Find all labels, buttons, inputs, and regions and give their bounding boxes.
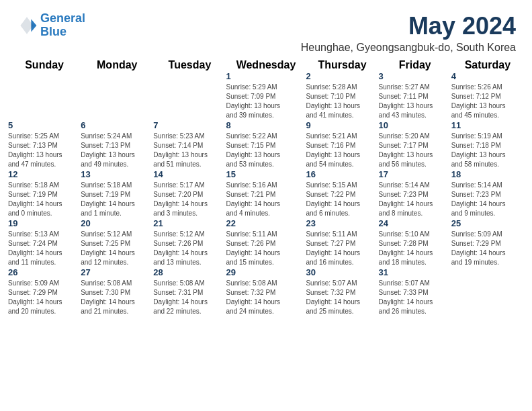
day-info: Sunrise: 5:25 AMSunset: 7:13 PMDaylight:… (8, 132, 81, 169)
day-info: Sunrise: 5:24 AMSunset: 7:13 PMDaylight:… (81, 132, 153, 169)
day-number: 3 (379, 71, 451, 81)
day-number: 4 (451, 71, 524, 81)
col-header-monday: Monday (81, 59, 153, 71)
day-number: 15 (226, 169, 306, 179)
day-info: Sunrise: 5:08 AMSunset: 7:32 PMDaylight:… (226, 279, 306, 316)
calendar-week-3: 12Sunrise: 5:18 AMSunset: 7:19 PMDayligh… (8, 169, 524, 218)
calendar-cell: 18Sunrise: 5:14 AMSunset: 7:23 PMDayligh… (451, 169, 524, 218)
day-number: 19 (8, 218, 81, 228)
logo-text: General Blue (40, 12, 85, 39)
calendar-week-2: 5Sunrise: 5:25 AMSunset: 7:13 PMDaylight… (8, 120, 524, 169)
calendar-cell: 21Sunrise: 5:12 AMSunset: 7:26 PMDayligh… (153, 218, 226, 267)
logo: General Blue (16, 12, 85, 39)
calendar-cell: 6Sunrise: 5:24 AMSunset: 7:13 PMDaylight… (81, 120, 153, 169)
page-container: General Blue May 2024 Heunghae, Gyeongsa… (0, 0, 532, 324)
day-number: 26 (8, 267, 81, 277)
day-number: 2 (306, 71, 378, 81)
day-info: Sunrise: 5:09 AMSunset: 7:29 PMDaylight:… (451, 230, 524, 267)
calendar-cell: 13Sunrise: 5:18 AMSunset: 7:19 PMDayligh… (81, 169, 153, 218)
day-info: Sunrise: 5:26 AMSunset: 7:12 PMDaylight:… (451, 83, 524, 120)
day-number: 21 (153, 218, 226, 228)
calendar-wrapper: SundayMondayTuesdayWednesdayThursdayFrid… (0, 59, 532, 324)
calendar-cell: 15Sunrise: 5:16 AMSunset: 7:21 PMDayligh… (226, 169, 306, 218)
day-number: 14 (153, 169, 226, 179)
calendar-cell: 2Sunrise: 5:28 AMSunset: 7:10 PMDaylight… (306, 71, 378, 120)
day-number: 24 (379, 218, 451, 228)
day-number: 7 (153, 120, 226, 130)
calendar-week-4: 19Sunrise: 5:13 AMSunset: 7:24 PMDayligh… (8, 218, 524, 267)
day-number: 30 (306, 267, 378, 277)
day-info: Sunrise: 5:14 AMSunset: 7:23 PMDaylight:… (451, 181, 524, 218)
day-number: 18 (451, 169, 524, 179)
calendar-body: 1Sunrise: 5:29 AMSunset: 7:09 PMDaylight… (8, 71, 524, 316)
calendar-cell: 9Sunrise: 5:21 AMSunset: 7:16 PMDaylight… (306, 120, 378, 169)
calendar-cell: 22Sunrise: 5:11 AMSunset: 7:26 PMDayligh… (226, 218, 306, 267)
day-info: Sunrise: 5:11 AMSunset: 7:26 PMDaylight:… (226, 230, 306, 267)
day-info: Sunrise: 5:18 AMSunset: 7:19 PMDaylight:… (81, 181, 153, 218)
day-number: 1 (226, 71, 306, 81)
day-number: 5 (8, 120, 81, 130)
day-info: Sunrise: 5:21 AMSunset: 7:16 PMDaylight:… (306, 132, 378, 169)
day-info: Sunrise: 5:09 AMSunset: 7:29 PMDaylight:… (8, 279, 81, 316)
col-header-saturday: Saturday (451, 59, 524, 71)
header: General Blue May 2024 Heunghae, Gyeongsa… (0, 0, 532, 59)
day-info: Sunrise: 5:20 AMSunset: 7:17 PMDaylight:… (379, 132, 451, 169)
day-number: 31 (379, 267, 451, 277)
calendar-cell: 3Sunrise: 5:27 AMSunset: 7:11 PMDaylight… (379, 71, 451, 120)
calendar-cell: 17Sunrise: 5:14 AMSunset: 7:23 PMDayligh… (379, 169, 451, 218)
day-number: 6 (81, 120, 153, 130)
day-info: Sunrise: 5:16 AMSunset: 7:21 PMDaylight:… (226, 181, 306, 218)
logo-icon (16, 15, 38, 36)
day-number: 10 (379, 120, 451, 130)
day-info: Sunrise: 5:11 AMSunset: 7:27 PMDaylight:… (306, 230, 378, 267)
day-info: Sunrise: 5:17 AMSunset: 7:20 PMDaylight:… (153, 181, 226, 218)
day-info: Sunrise: 5:19 AMSunset: 7:18 PMDaylight:… (451, 132, 524, 169)
day-info: Sunrise: 5:12 AMSunset: 7:26 PMDaylight:… (153, 230, 226, 267)
day-number: 20 (81, 218, 153, 228)
calendar-cell: 19Sunrise: 5:13 AMSunset: 7:24 PMDayligh… (8, 218, 81, 267)
day-number: 9 (306, 120, 378, 130)
month-title: May 2024 (301, 12, 516, 40)
calendar-cell: 28Sunrise: 5:08 AMSunset: 7:31 PMDayligh… (153, 267, 226, 316)
calendar-cell: 26Sunrise: 5:09 AMSunset: 7:29 PMDayligh… (8, 267, 81, 316)
day-info: Sunrise: 5:15 AMSunset: 7:22 PMDaylight:… (306, 181, 378, 218)
calendar-cell: 24Sunrise: 5:10 AMSunset: 7:28 PMDayligh… (379, 218, 451, 267)
day-info: Sunrise: 5:23 AMSunset: 7:14 PMDaylight:… (153, 132, 226, 169)
calendar-cell (153, 71, 226, 120)
calendar-cell: 29Sunrise: 5:08 AMSunset: 7:32 PMDayligh… (226, 267, 306, 316)
day-info: Sunrise: 5:28 AMSunset: 7:10 PMDaylight:… (306, 83, 378, 120)
day-info: Sunrise: 5:13 AMSunset: 7:24 PMDaylight:… (8, 230, 81, 267)
calendar-cell: 10Sunrise: 5:20 AMSunset: 7:17 PMDayligh… (379, 120, 451, 169)
day-info: Sunrise: 5:18 AMSunset: 7:19 PMDaylight:… (8, 181, 81, 218)
day-number: 17 (379, 169, 451, 179)
col-header-thursday: Thursday (306, 59, 378, 71)
calendar-cell: 20Sunrise: 5:12 AMSunset: 7:25 PMDayligh… (81, 218, 153, 267)
location-subtitle: Heunghae, Gyeongsangbuk-do, South Korea (301, 42, 516, 54)
day-number: 16 (306, 169, 378, 179)
day-number: 22 (226, 218, 306, 228)
day-info: Sunrise: 5:07 AMSunset: 7:32 PMDaylight:… (306, 279, 378, 316)
day-number: 11 (451, 120, 524, 130)
calendar-header-row: SundayMondayTuesdayWednesdayThursdayFrid… (8, 59, 524, 71)
day-info: Sunrise: 5:08 AMSunset: 7:31 PMDaylight:… (153, 279, 226, 316)
calendar-table: SundayMondayTuesdayWednesdayThursdayFrid… (8, 59, 524, 316)
calendar-cell: 4Sunrise: 5:26 AMSunset: 7:12 PMDaylight… (451, 71, 524, 120)
calendar-cell: 12Sunrise: 5:18 AMSunset: 7:19 PMDayligh… (8, 169, 81, 218)
day-info: Sunrise: 5:07 AMSunset: 7:33 PMDaylight:… (379, 279, 451, 316)
col-header-friday: Friday (379, 59, 451, 71)
day-number: 8 (226, 120, 306, 130)
col-header-sunday: Sunday (8, 59, 81, 71)
title-block: May 2024 Heunghae, Gyeongsangbuk-do, Sou… (301, 12, 516, 54)
calendar-cell: 16Sunrise: 5:15 AMSunset: 7:22 PMDayligh… (306, 169, 378, 218)
day-number: 13 (81, 169, 153, 179)
day-number: 12 (8, 169, 81, 179)
day-info: Sunrise: 5:12 AMSunset: 7:25 PMDaylight:… (81, 230, 153, 267)
calendar-week-5: 26Sunrise: 5:09 AMSunset: 7:29 PMDayligh… (8, 267, 524, 316)
col-header-wednesday: Wednesday (226, 59, 306, 71)
day-number: 25 (451, 218, 524, 228)
day-info: Sunrise: 5:14 AMSunset: 7:23 PMDaylight:… (379, 181, 451, 218)
calendar-cell: 14Sunrise: 5:17 AMSunset: 7:20 PMDayligh… (153, 169, 226, 218)
calendar-cell: 11Sunrise: 5:19 AMSunset: 7:18 PMDayligh… (451, 120, 524, 169)
day-info: Sunrise: 5:29 AMSunset: 7:09 PMDaylight:… (226, 83, 306, 120)
day-number: 29 (226, 267, 306, 277)
